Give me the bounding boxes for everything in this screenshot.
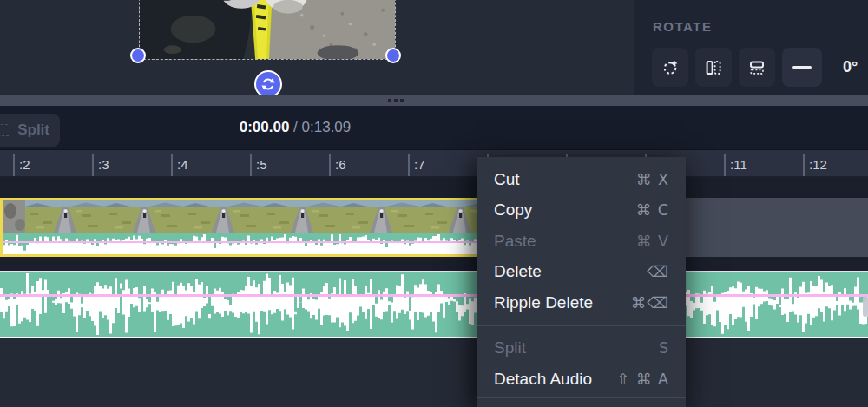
ruler-tick: :3	[92, 153, 109, 176]
rotate-handle-icon	[260, 76, 276, 92]
rotate-section-title: ROTATE	[653, 19, 712, 34]
menu-item-detach-audio[interactable]: Detach Audio⇧ ⌘ A	[477, 364, 686, 395]
menu-item-shortcut: ⌘ X	[636, 171, 669, 188]
menu-item-label: Copy	[494, 200, 532, 220]
flip-vertical-button[interactable]	[739, 48, 775, 87]
audio-volume-line	[0, 294, 868, 297]
rotation-angle-value[interactable]: 0°	[843, 58, 858, 76]
ruler-tick: :12	[803, 153, 827, 176]
split-icon	[0, 124, 10, 136]
flip-horizontal-icon	[704, 58, 723, 77]
menu-item-split: SplitS	[477, 333, 686, 364]
decrease-angle-button[interactable]	[782, 48, 822, 87]
menu-item-copy[interactable]: Copy⌘ C	[477, 195, 686, 226]
ruler-tick: :7	[408, 153, 425, 176]
menu-item-cut[interactable]: Cut⌘ X	[477, 164, 686, 195]
menu-item-label: Detach Audio	[494, 370, 592, 389]
menu-item-label: Ripple Delete	[494, 293, 593, 312]
selected-video-layer[interactable]	[139, 0, 396, 60]
resize-handle-bottom-right[interactable]	[385, 48, 401, 63]
menu-item-shortcut: S	[659, 339, 669, 357]
video-editor-window: ROTATE	[0, 0, 868, 407]
video-preview-image	[140, 0, 395, 59]
menu-item-shortcut: ⌘⌫	[631, 294, 669, 312]
edit-panel: ROTATE	[634, 0, 868, 95]
timeline-toolbar: Split 0:00.00 / 0:13.09	[0, 106, 868, 149]
menu-item-delete[interactable]: Delete⌫	[477, 257, 686, 288]
track-gap	[0, 257, 868, 271]
ruler-tick: :5	[250, 153, 267, 176]
menu-item-label: Split	[494, 338, 526, 358]
audio-clip[interactable]	[0, 271, 868, 338]
menu-separator	[477, 397, 686, 398]
menu-item-label: Cut	[494, 170, 520, 189]
timeline-ruler[interactable]: :2:3:4:5:6:7:8:9:10:11:12	[0, 149, 868, 178]
timeline-tracks	[0, 178, 868, 407]
ruler-tick: :11	[724, 153, 747, 176]
split-button[interactable]: Split	[0, 114, 60, 147]
menu-item-shortcut: ⌘ V	[636, 233, 669, 250]
resize-handle-bottom-left[interactable]	[130, 48, 146, 63]
flip-vertical-icon	[747, 58, 766, 77]
context-menu: Cut⌘ XCopy⌘ CPaste⌘ VDelete⌫Ripple Delet…	[477, 157, 686, 407]
rotate-cw-button[interactable]	[652, 48, 688, 87]
menu-separator	[477, 325, 686, 326]
minus-icon	[792, 66, 812, 69]
ruler-tick: :2	[13, 153, 30, 176]
menu-item-shortcut: ⌫	[647, 263, 669, 280]
audio-clip-waveform	[0, 272, 868, 337]
menu-item-ripple-delete[interactable]: Ripple Delete⌘⌫	[477, 287, 686, 318]
menu-item-paste: Paste⌘ V	[477, 226, 686, 257]
drag-handle-icon[interactable]	[388, 99, 404, 102]
ruler-tick: :6	[329, 153, 346, 176]
rotate-cw-icon	[661, 58, 680, 77]
panel-resize-divider[interactable]	[0, 95, 868, 106]
flip-horizontal-button[interactable]	[695, 48, 732, 87]
menu-item-shortcut: ⇧ ⌘ A	[617, 371, 669, 388]
menu-item-label: Paste	[494, 232, 536, 251]
menu-item-shortcut: ⌘ C	[636, 201, 669, 219]
menu-item-label: Delete	[494, 262, 542, 281]
timecode: 0:00.00 / 0:13.09	[226, 106, 365, 149]
rotate-handle[interactable]	[254, 70, 282, 98]
ruler-tick: :4	[171, 153, 188, 176]
preview-canvas	[0, 0, 634, 95]
timeline-scrollbar[interactable]	[863, 296, 868, 317]
track-gap	[0, 178, 868, 198]
